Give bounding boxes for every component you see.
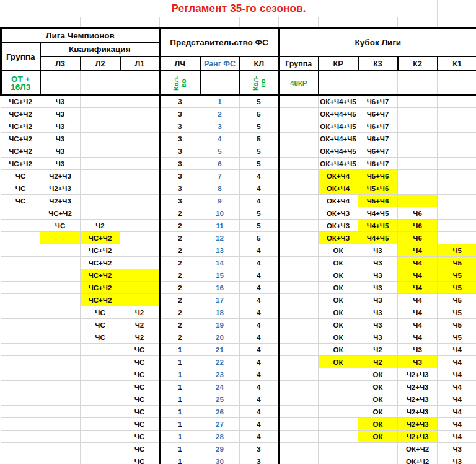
cell-rank[interactable]: 26 <box>200 406 240 418</box>
cell-gr2[interactable] <box>279 282 319 294</box>
cell-l1[interactable]: Ч2 <box>120 331 160 344</box>
cell-k3[interactable]: ОК <box>358 393 398 406</box>
cell-k2[interactable]: Ч4 <box>398 257 438 269</box>
cell-k1[interactable] <box>438 207 476 220</box>
cell-k3[interactable]: ОК <box>358 381 398 393</box>
cell-k3[interactable]: ОК <box>358 368 398 381</box>
cell-l3[interactable]: Ч2+Ч3 <box>40 170 81 182</box>
cell-lch[interactable]: 3 <box>160 182 200 195</box>
cell-k2[interactable] <box>398 182 438 195</box>
cell-l1[interactable] <box>120 133 160 145</box>
cell-gr[interactable] <box>1 455 40 464</box>
cell-gr[interactable] <box>1 306 40 319</box>
header-league-cup[interactable]: Кубок Лиги <box>279 29 476 57</box>
cell-k3[interactable]: Ч6+Ч7 <box>358 133 398 145</box>
cell-l1[interactable] <box>120 220 160 232</box>
cell-l3[interactable] <box>40 356 81 368</box>
cell-k1[interactable]: Ч5 <box>438 269 476 282</box>
cell-l1[interactable]: ЧС <box>120 443 160 455</box>
cell-rank[interactable]: 16 <box>200 282 240 294</box>
cell-k3[interactable]: Ч2 <box>358 344 398 356</box>
cell-gr[interactable] <box>1 356 40 368</box>
cell-kl[interactable]: 4 <box>240 344 279 356</box>
col-header-l1[interactable]: Л1 <box>120 56 160 71</box>
cell-kr[interactable]: ОК+Ч4+Ч5 <box>319 145 358 158</box>
cell-kl[interactable]: 3 <box>240 455 279 464</box>
cell-gr[interactable]: ЧС+Ч2 <box>1 133 40 145</box>
cell-k1[interactable] <box>438 220 476 232</box>
cell-k2[interactable]: Ч6 <box>398 220 438 232</box>
cell-rank[interactable]: 1 <box>200 96 240 108</box>
cell-l3[interactable] <box>40 381 81 393</box>
grid-cell[interactable] <box>438 17 476 29</box>
cell-kr[interactable]: ОК+Ч4+Ч5 <box>319 120 358 133</box>
cell-l2[interactable] <box>81 158 120 170</box>
cell-lch[interactable]: 1 <box>160 443 200 455</box>
cell-gr2[interactable] <box>279 244 319 257</box>
cell-gr2[interactable] <box>279 393 319 406</box>
cell-rank[interactable]: 19 <box>200 319 240 331</box>
cell-lch[interactable]: 2 <box>160 282 200 294</box>
cell-k1[interactable]: Ч4 <box>438 344 476 356</box>
cell-kr[interactable]: ОК+Ч3 <box>319 220 358 232</box>
cell-l2[interactable] <box>81 133 120 145</box>
cell-k3[interactable] <box>358 455 398 464</box>
cell-gr2[interactable] <box>279 406 319 418</box>
cell-l1[interactable] <box>120 182 160 195</box>
cell-k2[interactable]: Ч2+Ч3 <box>398 381 438 393</box>
col-header-l2[interactable]: Л2 <box>81 56 120 71</box>
cell-k2[interactable] <box>398 145 438 158</box>
cell-lch[interactable]: 1 <box>160 418 200 431</box>
cell-rank[interactable]: 17 <box>200 294 240 306</box>
cell-gr[interactable] <box>1 431 40 443</box>
cell-k3[interactable] <box>358 443 398 455</box>
cell-rank[interactable]: 2 <box>200 108 240 120</box>
cell-lch[interactable]: 2 <box>160 294 200 306</box>
cell-l2[interactable] <box>81 393 120 406</box>
cell-lch[interactable]: 1 <box>160 455 200 464</box>
cell-kl[interactable]: 5 <box>240 145 279 158</box>
cell-l3[interactable] <box>40 368 81 381</box>
cell-k1[interactable]: Ч5 <box>438 244 476 257</box>
cell-rank[interactable]: 21 <box>200 344 240 356</box>
cell-kr[interactable] <box>319 406 358 418</box>
cell-k2[interactable]: Ч4 <box>398 294 438 306</box>
cell-lch[interactable]: 2 <box>160 257 200 269</box>
cell-l2[interactable] <box>81 207 120 220</box>
cell-l2[interactable] <box>81 195 120 207</box>
cell-kr[interactable]: ОК <box>319 319 358 331</box>
cell-l1[interactable]: ЧС <box>120 381 160 393</box>
cell-kl[interactable]: 4 <box>240 319 279 331</box>
cell-k2[interactable]: Ч2+Ч3 <box>398 393 438 406</box>
cell-gr[interactable]: ЧС+Ч2 <box>1 145 40 158</box>
cell-rank[interactable]: 13 <box>200 244 240 257</box>
cell-gr2[interactable] <box>279 269 319 282</box>
cell-l3[interactable] <box>40 257 81 269</box>
grid-cell[interactable] <box>358 71 398 96</box>
cell-kl[interactable]: 5 <box>240 220 279 232</box>
cell-l2[interactable] <box>81 431 120 443</box>
cell-k1[interactable] <box>438 182 476 195</box>
cell-lch[interactable]: 2 <box>160 331 200 344</box>
cell-gr[interactable] <box>1 244 40 257</box>
cell-k1[interactable] <box>438 170 476 182</box>
cell-rank[interactable]: 24 <box>200 381 240 393</box>
cell-k1[interactable]: Ч4 <box>438 418 476 431</box>
cell-l2[interactable] <box>81 108 120 120</box>
cell-lch[interactable]: 2 <box>160 207 200 220</box>
cell-gr2[interactable] <box>279 145 319 158</box>
cell-kr[interactable]: ОК <box>319 356 358 368</box>
cell-gr2[interactable] <box>279 418 319 431</box>
cell-lch[interactable]: 1 <box>160 381 200 393</box>
cell-k2[interactable] <box>398 195 438 207</box>
cell-rank[interactable]: 6 <box>200 158 240 170</box>
cell-k1[interactable] <box>438 96 476 108</box>
cell-l2[interactable] <box>81 182 120 195</box>
cell-gr2[interactable] <box>279 108 319 120</box>
cell-kl[interactable]: 5 <box>240 120 279 133</box>
cell-rank[interactable]: 9 <box>200 195 240 207</box>
cell-kr[interactable]: ОК+Ч3 <box>319 207 358 220</box>
cell-rank[interactable]: 5 <box>200 145 240 158</box>
cell-l1[interactable]: Ч2 <box>120 306 160 319</box>
cell-kl[interactable]: 4 <box>240 306 279 319</box>
